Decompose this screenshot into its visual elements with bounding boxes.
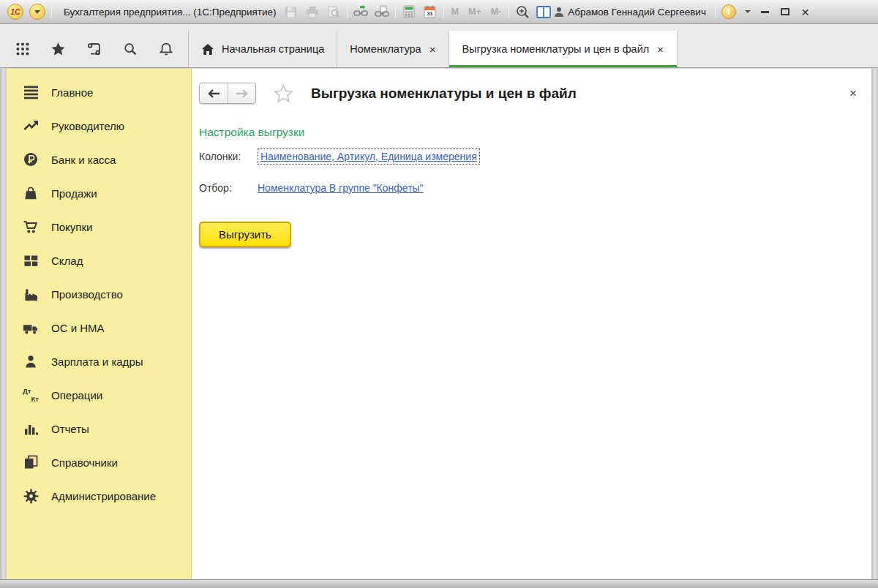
app-window: 1С Бухгалтерия предприятия... (1С:Предпр…: [0, 0, 878, 588]
tab-label: Выгрузка номенклатуры и цен в файл: [462, 43, 649, 55]
back-button[interactable]: [200, 83, 228, 103]
trend-icon: [23, 118, 39, 134]
print-preview-icon[interactable]: [326, 4, 341, 19]
panel-tools: [0, 31, 188, 67]
person-icon: [23, 353, 39, 369]
window-border-left: [0, 69, 7, 579]
filter-label: Отбор:: [199, 182, 258, 194]
sidebar-item-proizvodstvo[interactable]: Производство: [7, 277, 191, 311]
credit-label: Кт: [31, 396, 39, 403]
truck-icon: [23, 320, 39, 336]
history-icon[interactable]: [76, 31, 112, 67]
sidebar-item-operacii[interactable]: ДтКт Операции: [7, 378, 191, 412]
sidebar: Главное Руководителю Банк и касса Продаж…: [7, 69, 192, 579]
tab-export-active[interactable]: Выгрузка номенклатуры и цен в файл ×: [449, 31, 678, 67]
divider: [51, 4, 52, 19]
sidebar-item-label: Руководителю: [51, 120, 124, 132]
sidebar-item-zarplata-i-kadry[interactable]: Зарплата и кадры: [7, 344, 191, 378]
sidebar-item-spravochniki[interactable]: Справочники: [7, 445, 191, 479]
sidebar-item-sklad[interactable]: Склад: [7, 244, 191, 277]
forward-button[interactable]: [228, 83, 255, 103]
close-form-button[interactable]: ×: [845, 85, 861, 102]
columns-link[interactable]: Наименование, Артикул, Единица измерения: [258, 148, 480, 165]
tab-close-icon[interactable]: ×: [429, 43, 437, 56]
debit-label: Дт: [23, 388, 31, 395]
shopping-cart-icon: [23, 219, 39, 235]
sidebar-item-rukovoditelyu[interactable]: Руководителю: [7, 109, 191, 143]
bar-chart-icon: [23, 421, 39, 437]
maximize-button[interactable]: [781, 8, 789, 15]
close-window-button[interactable]: ×: [801, 5, 809, 19]
divider: [347, 4, 348, 19]
home-icon: [201, 43, 214, 56]
calendar-icon[interactable]: 31: [423, 4, 438, 19]
sidebar-item-label: Производство: [51, 288, 123, 301]
tab-nomenklatura[interactable]: Номенклатура ×: [337, 31, 449, 67]
arrow-left-icon: [207, 88, 221, 99]
export-button[interactable]: Выгрузить: [199, 222, 291, 247]
sidebar-item-administrirovanie[interactable]: Администрирование: [7, 479, 191, 513]
divider: [395, 4, 396, 19]
sidebar-item-prodazhi[interactable]: Продажи: [7, 176, 191, 210]
info-icon: i: [721, 4, 736, 19]
titlebar: 1С Бухгалтерия предприятия... (1С:Предпр…: [0, 0, 878, 24]
apps-menu-icon[interactable]: [4, 31, 40, 67]
save-icon[interactable]: [284, 4, 299, 19]
memory-subtract-button[interactable]: M-: [489, 4, 503, 19]
tab-close-icon[interactable]: ×: [656, 43, 664, 56]
main-menu-button[interactable]: [29, 4, 45, 20]
user-icon: [554, 7, 564, 18]
debit-credit-icon: ДтКт: [23, 387, 39, 403]
divider: [715, 4, 716, 19]
sidebar-item-label: Покупки: [51, 221, 92, 233]
notifications-icon[interactable]: [148, 31, 184, 67]
sidebar-item-label: Отчеты: [51, 423, 89, 435]
columns-field-row: Колонки: Наименование, Артикул, Единица …: [199, 148, 871, 165]
arrow-right-icon: [235, 88, 249, 99]
sidebar-item-label: Банк и касса: [51, 154, 116, 166]
sidebar-item-label: Главное: [51, 86, 93, 99]
sidebar-item-glavnoe[interactable]: Главное: [7, 75, 191, 109]
reference-pages-icon: [23, 454, 39, 470]
zoom-icon[interactable]: [515, 4, 530, 19]
memory-add-button[interactable]: M+: [467, 4, 483, 19]
filter-link[interactable]: Номенклатура В группе "Конфеты": [258, 182, 424, 194]
current-user: Абрамов Геннадий Сергеевич: [554, 7, 706, 18]
app-logo-icon[interactable]: 1С: [7, 4, 23, 20]
favorites-icon[interactable]: [40, 31, 76, 67]
warehouse-boxes-icon: [23, 252, 39, 268]
sidebar-item-label: Администрирование: [51, 490, 156, 502]
sidebar-item-os-i-nma[interactable]: ОС и НМА: [7, 311, 191, 344]
memory-recall-button[interactable]: M: [450, 4, 460, 19]
sidebar-item-pokupki[interactable]: Покупки: [7, 210, 191, 244]
split-window-icon[interactable]: [536, 4, 551, 19]
menu-icon: [23, 84, 39, 100]
get-link-icon[interactable]: [375, 4, 389, 19]
maximize-icon: [781, 8, 789, 15]
tab-label: Номенклатура: [350, 43, 421, 55]
sidebar-item-label: Справочники: [51, 456, 118, 469]
nav-history-group: [199, 83, 256, 104]
go-to-link-icon[interactable]: [353, 4, 368, 19]
chevron-down-icon: [34, 10, 40, 14]
tab-label: Начальная страница: [222, 43, 324, 55]
tab-home[interactable]: Начальная страница: [189, 31, 337, 67]
shopping-bag-icon: [23, 185, 39, 201]
search-icon[interactable]: [112, 31, 148, 67]
favorite-star-icon[interactable]: [274, 84, 293, 103]
form-header: Выгрузка номенклатуры и цен в файл ×: [192, 69, 871, 104]
page-title: Выгрузка номенклатуры и цен в файл: [311, 86, 577, 102]
sidebar-item-label: Продажи: [51, 187, 97, 200]
filter-field-row: Отбор: Номенклатура В группе "Конфеты": [199, 182, 871, 194]
info-button[interactable]: i: [721, 4, 751, 19]
sidebar-item-label: Склад: [51, 255, 83, 267]
minimize-button[interactable]: [761, 11, 769, 13]
chevron-down-icon: [745, 10, 751, 13]
sidebar-item-bank-i-kassa[interactable]: Банк и касса: [7, 143, 191, 176]
user-name-label: Абрамов Геннадий Сергеевич: [568, 7, 706, 18]
sidebar-item-otchety[interactable]: Отчеты: [7, 412, 191, 445]
print-icon[interactable]: [305, 4, 320, 19]
calendar-day-label: 31: [423, 10, 438, 17]
calculator-icon[interactable]: [402, 4, 416, 19]
section-title: Настройка выгрузки: [199, 126, 871, 139]
